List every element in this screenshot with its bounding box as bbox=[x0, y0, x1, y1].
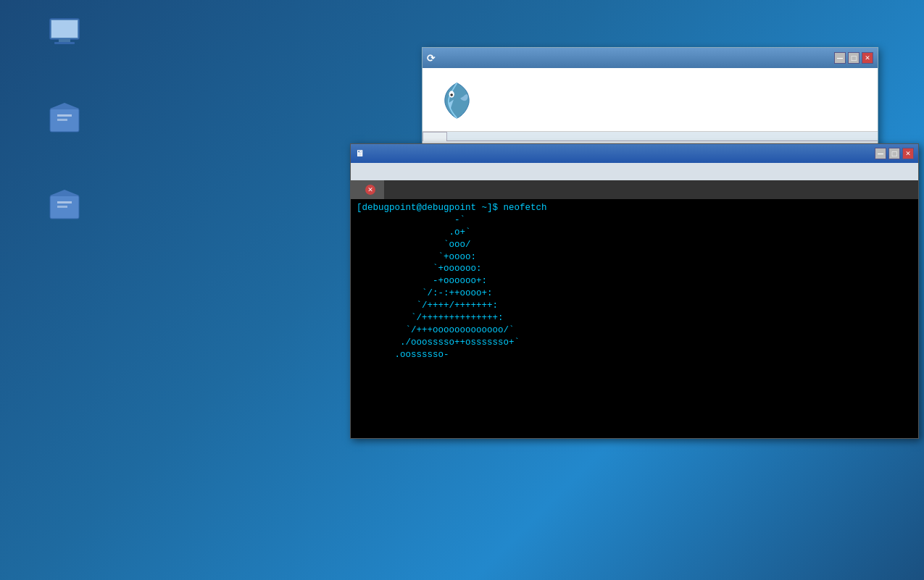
tab-about[interactable] bbox=[423, 132, 447, 141]
about-titlebar: ⟳ — □ ✕ bbox=[423, 48, 878, 68]
terminal-maximize-btn[interactable]: □ bbox=[888, 148, 900, 159]
svg-marker-5 bbox=[50, 103, 79, 109]
terminal-menu-view[interactable] bbox=[393, 170, 404, 173]
network-icon bbox=[47, 188, 82, 223]
svg-rect-6 bbox=[57, 114, 72, 117]
tab-technical-info[interactable] bbox=[521, 132, 546, 141]
terminal-menu-file[interactable] bbox=[354, 170, 365, 173]
tab-translations[interactable] bbox=[496, 132, 521, 141]
svg-point-13 bbox=[450, 93, 453, 96]
terminal-tab-bar: ✕ bbox=[351, 180, 918, 199]
about-window-controls: — □ ✕ bbox=[834, 52, 873, 64]
terminal-tab-close[interactable]: ✕ bbox=[365, 185, 375, 195]
about-close-btn[interactable]: ✕ bbox=[862, 52, 873, 64]
desktop-icon-computer[interactable] bbox=[32, 14, 97, 52]
terminal-menu-edit[interactable] bbox=[380, 170, 391, 173]
tab-authors[interactable] bbox=[447, 132, 472, 141]
terminal-minimize-btn[interactable]: — bbox=[875, 148, 886, 159]
terminal-menubar bbox=[351, 163, 918, 180]
terminal-body-container: [debugpoint@debugpoint ~]$ neofetch -` .… bbox=[351, 199, 918, 438]
terminal-body[interactable]: [debugpoint@debugpoint ~]$ neofetch -` .… bbox=[351, 199, 918, 438]
lxqt-logo bbox=[437, 80, 477, 119]
svg-rect-11 bbox=[57, 206, 67, 208]
about-minimize-btn[interactable]: — bbox=[834, 52, 846, 64]
terminal-window: 🖥 — □ ✕ ✕ [debugpoint@debugpoint ~]$ neo… bbox=[350, 143, 919, 439]
about-tabs-bar bbox=[423, 132, 878, 141]
terminal-window-controls: — □ ✕ bbox=[875, 148, 914, 159]
tab-thanks[interactable] bbox=[472, 132, 496, 141]
desktop: ⟳ — □ ✕ bbox=[0, 0, 924, 580]
terminal-tab[interactable]: ✕ bbox=[351, 180, 385, 199]
svg-rect-1 bbox=[51, 20, 78, 38]
terminal-close-btn[interactable]: ✕ bbox=[902, 148, 914, 159]
svg-rect-2 bbox=[59, 39, 70, 42]
terminal-text-content: [debugpoint@debugpoint ~]$ neofetch -` .… bbox=[357, 202, 912, 435]
svg-marker-9 bbox=[50, 190, 79, 196]
about-title-icon: ⟳ bbox=[427, 52, 436, 64]
desktop-icon-network[interactable] bbox=[32, 188, 97, 226]
svg-rect-3 bbox=[54, 42, 75, 44]
about-header bbox=[423, 68, 878, 132]
svg-rect-7 bbox=[57, 119, 67, 121]
terminal-titlebar: 🖥 — □ ✕ bbox=[351, 144, 918, 163]
terminal-menu-help[interactable] bbox=[406, 170, 417, 173]
desktop-icon-debugpoint[interactable] bbox=[32, 101, 97, 139]
svg-rect-10 bbox=[57, 201, 72, 203]
terminal-title-icon: 🖥 bbox=[355, 148, 364, 159]
terminal-menu-actions[interactable] bbox=[367, 170, 378, 173]
computer-icon bbox=[47, 14, 82, 49]
about-maximize-btn[interactable]: □ bbox=[848, 52, 860, 64]
debugpoint-icon bbox=[47, 101, 82, 136]
